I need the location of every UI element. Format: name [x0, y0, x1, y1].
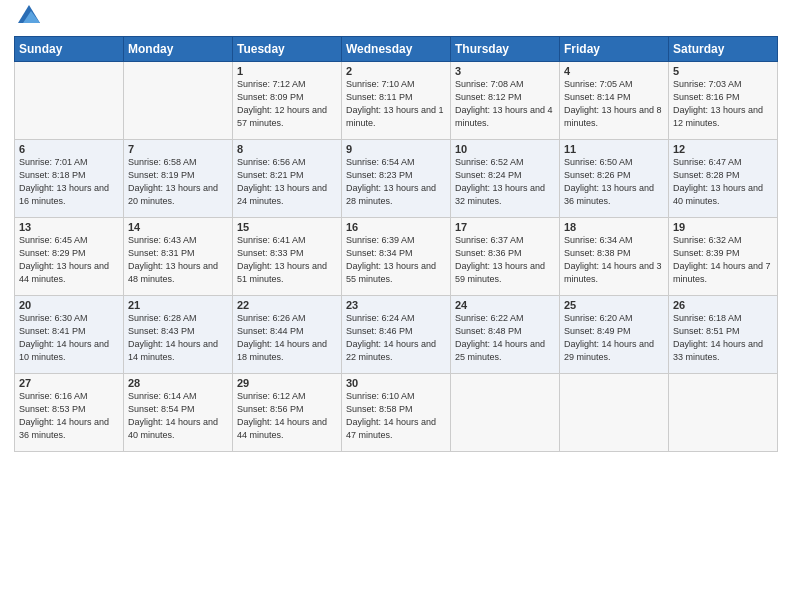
logo-icon	[18, 5, 40, 27]
calendar-cell: 3Sunrise: 7:08 AM Sunset: 8:12 PM Daylig…	[451, 61, 560, 139]
day-number: 5	[673, 65, 773, 77]
day-info: Sunrise: 6:10 AM Sunset: 8:58 PM Dayligh…	[346, 390, 446, 442]
day-number: 27	[19, 377, 119, 389]
calendar-cell: 22Sunrise: 6:26 AM Sunset: 8:44 PM Dayli…	[233, 295, 342, 373]
day-header-thursday: Thursday	[451, 36, 560, 61]
day-header-wednesday: Wednesday	[342, 36, 451, 61]
day-info: Sunrise: 6:34 AM Sunset: 8:38 PM Dayligh…	[564, 234, 664, 286]
calendar-cell: 28Sunrise: 6:14 AM Sunset: 8:54 PM Dayli…	[124, 373, 233, 451]
day-number: 11	[564, 143, 664, 155]
day-info: Sunrise: 6:18 AM Sunset: 8:51 PM Dayligh…	[673, 312, 773, 364]
day-number: 15	[237, 221, 337, 233]
day-info: Sunrise: 6:20 AM Sunset: 8:49 PM Dayligh…	[564, 312, 664, 364]
day-info: Sunrise: 6:12 AM Sunset: 8:56 PM Dayligh…	[237, 390, 337, 442]
day-info: Sunrise: 7:12 AM Sunset: 8:09 PM Dayligh…	[237, 78, 337, 130]
calendar-cell: 11Sunrise: 6:50 AM Sunset: 8:26 PM Dayli…	[560, 139, 669, 217]
calendar-week-row: 13Sunrise: 6:45 AM Sunset: 8:29 PM Dayli…	[15, 217, 778, 295]
day-info: Sunrise: 6:50 AM Sunset: 8:26 PM Dayligh…	[564, 156, 664, 208]
calendar-cell: 1Sunrise: 7:12 AM Sunset: 8:09 PM Daylig…	[233, 61, 342, 139]
day-info: Sunrise: 6:47 AM Sunset: 8:28 PM Dayligh…	[673, 156, 773, 208]
calendar-cell: 26Sunrise: 6:18 AM Sunset: 8:51 PM Dayli…	[669, 295, 778, 373]
day-info: Sunrise: 6:28 AM Sunset: 8:43 PM Dayligh…	[128, 312, 228, 364]
calendar-cell: 2Sunrise: 7:10 AM Sunset: 8:11 PM Daylig…	[342, 61, 451, 139]
day-info: Sunrise: 6:39 AM Sunset: 8:34 PM Dayligh…	[346, 234, 446, 286]
day-info: Sunrise: 7:10 AM Sunset: 8:11 PM Dayligh…	[346, 78, 446, 130]
day-number: 8	[237, 143, 337, 155]
day-header-friday: Friday	[560, 36, 669, 61]
calendar-week-row: 6Sunrise: 7:01 AM Sunset: 8:18 PM Daylig…	[15, 139, 778, 217]
day-number: 25	[564, 299, 664, 311]
day-number: 4	[564, 65, 664, 77]
day-number: 3	[455, 65, 555, 77]
day-number: 20	[19, 299, 119, 311]
day-number: 19	[673, 221, 773, 233]
calendar-cell: 17Sunrise: 6:37 AM Sunset: 8:36 PM Dayli…	[451, 217, 560, 295]
calendar-cell: 10Sunrise: 6:52 AM Sunset: 8:24 PM Dayli…	[451, 139, 560, 217]
day-number: 1	[237, 65, 337, 77]
calendar-cell: 25Sunrise: 6:20 AM Sunset: 8:49 PM Dayli…	[560, 295, 669, 373]
day-number: 29	[237, 377, 337, 389]
day-number: 18	[564, 221, 664, 233]
calendar-week-row: 1Sunrise: 7:12 AM Sunset: 8:09 PM Daylig…	[15, 61, 778, 139]
calendar-cell: 15Sunrise: 6:41 AM Sunset: 8:33 PM Dayli…	[233, 217, 342, 295]
calendar-cell: 12Sunrise: 6:47 AM Sunset: 8:28 PM Dayli…	[669, 139, 778, 217]
day-number: 6	[19, 143, 119, 155]
day-number: 13	[19, 221, 119, 233]
day-info: Sunrise: 6:22 AM Sunset: 8:48 PM Dayligh…	[455, 312, 555, 364]
day-number: 10	[455, 143, 555, 155]
logo	[14, 10, 40, 30]
calendar-cell: 20Sunrise: 6:30 AM Sunset: 8:41 PM Dayli…	[15, 295, 124, 373]
day-info: Sunrise: 6:26 AM Sunset: 8:44 PM Dayligh…	[237, 312, 337, 364]
day-number: 2	[346, 65, 446, 77]
day-number: 12	[673, 143, 773, 155]
day-info: Sunrise: 6:52 AM Sunset: 8:24 PM Dayligh…	[455, 156, 555, 208]
calendar-cell	[560, 373, 669, 451]
calendar-cell: 30Sunrise: 6:10 AM Sunset: 8:58 PM Dayli…	[342, 373, 451, 451]
day-info: Sunrise: 6:43 AM Sunset: 8:31 PM Dayligh…	[128, 234, 228, 286]
day-info: Sunrise: 6:24 AM Sunset: 8:46 PM Dayligh…	[346, 312, 446, 364]
calendar-cell: 7Sunrise: 6:58 AM Sunset: 8:19 PM Daylig…	[124, 139, 233, 217]
day-info: Sunrise: 6:58 AM Sunset: 8:19 PM Dayligh…	[128, 156, 228, 208]
day-info: Sunrise: 6:14 AM Sunset: 8:54 PM Dayligh…	[128, 390, 228, 442]
day-header-tuesday: Tuesday	[233, 36, 342, 61]
day-number: 9	[346, 143, 446, 155]
calendar-cell: 13Sunrise: 6:45 AM Sunset: 8:29 PM Dayli…	[15, 217, 124, 295]
calendar-cell: 16Sunrise: 6:39 AM Sunset: 8:34 PM Dayli…	[342, 217, 451, 295]
day-info: Sunrise: 6:45 AM Sunset: 8:29 PM Dayligh…	[19, 234, 119, 286]
page-header	[14, 10, 778, 30]
calendar-cell: 23Sunrise: 6:24 AM Sunset: 8:46 PM Dayli…	[342, 295, 451, 373]
day-number: 22	[237, 299, 337, 311]
day-info: Sunrise: 6:41 AM Sunset: 8:33 PM Dayligh…	[237, 234, 337, 286]
calendar-cell: 19Sunrise: 6:32 AM Sunset: 8:39 PM Dayli…	[669, 217, 778, 295]
day-number: 17	[455, 221, 555, 233]
calendar-cell: 18Sunrise: 6:34 AM Sunset: 8:38 PM Dayli…	[560, 217, 669, 295]
day-info: Sunrise: 6:30 AM Sunset: 8:41 PM Dayligh…	[19, 312, 119, 364]
day-number: 14	[128, 221, 228, 233]
day-info: Sunrise: 6:37 AM Sunset: 8:36 PM Dayligh…	[455, 234, 555, 286]
calendar-cell: 4Sunrise: 7:05 AM Sunset: 8:14 PM Daylig…	[560, 61, 669, 139]
day-number: 26	[673, 299, 773, 311]
calendar-cell: 29Sunrise: 6:12 AM Sunset: 8:56 PM Dayli…	[233, 373, 342, 451]
day-number: 30	[346, 377, 446, 389]
day-info: Sunrise: 7:01 AM Sunset: 8:18 PM Dayligh…	[19, 156, 119, 208]
calendar-cell: 27Sunrise: 6:16 AM Sunset: 8:53 PM Dayli…	[15, 373, 124, 451]
calendar-cell: 24Sunrise: 6:22 AM Sunset: 8:48 PM Dayli…	[451, 295, 560, 373]
calendar-cell: 14Sunrise: 6:43 AM Sunset: 8:31 PM Dayli…	[124, 217, 233, 295]
calendar-cell	[124, 61, 233, 139]
calendar-week-row: 27Sunrise: 6:16 AM Sunset: 8:53 PM Dayli…	[15, 373, 778, 451]
day-info: Sunrise: 6:54 AM Sunset: 8:23 PM Dayligh…	[346, 156, 446, 208]
page-container: SundayMondayTuesdayWednesdayThursdayFrid…	[0, 0, 792, 462]
calendar-week-row: 20Sunrise: 6:30 AM Sunset: 8:41 PM Dayli…	[15, 295, 778, 373]
day-number: 28	[128, 377, 228, 389]
day-info: Sunrise: 6:32 AM Sunset: 8:39 PM Dayligh…	[673, 234, 773, 286]
day-info: Sunrise: 7:03 AM Sunset: 8:16 PM Dayligh…	[673, 78, 773, 130]
calendar-cell: 21Sunrise: 6:28 AM Sunset: 8:43 PM Dayli…	[124, 295, 233, 373]
calendar-cell: 8Sunrise: 6:56 AM Sunset: 8:21 PM Daylig…	[233, 139, 342, 217]
day-info: Sunrise: 6:56 AM Sunset: 8:21 PM Dayligh…	[237, 156, 337, 208]
calendar-cell: 6Sunrise: 7:01 AM Sunset: 8:18 PM Daylig…	[15, 139, 124, 217]
day-header-monday: Monday	[124, 36, 233, 61]
day-number: 23	[346, 299, 446, 311]
day-info: Sunrise: 7:05 AM Sunset: 8:14 PM Dayligh…	[564, 78, 664, 130]
day-info: Sunrise: 7:08 AM Sunset: 8:12 PM Dayligh…	[455, 78, 555, 130]
day-info: Sunrise: 6:16 AM Sunset: 8:53 PM Dayligh…	[19, 390, 119, 442]
